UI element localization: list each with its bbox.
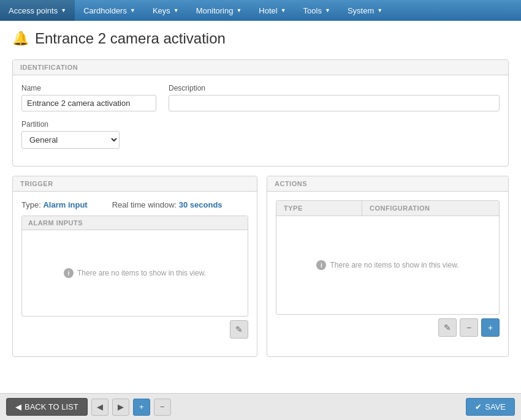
save-button[interactable]: ✔ SAVE xyxy=(466,398,515,416)
partition-row: Partition General xyxy=(21,120,500,149)
identification-section: IDENTIFICATION Name Description Partitio… xyxy=(12,59,509,167)
nav-label-tools: Tools xyxy=(303,6,322,15)
desc-label: Description xyxy=(169,84,500,92)
trigger-window-value: 30 seconds xyxy=(179,200,222,209)
nav-arrow-tools: ▼ xyxy=(325,7,330,13)
trigger-body: Type: Alarm input Real time window: 30 s… xyxy=(13,192,257,347)
nav-label-hotel: Hotel xyxy=(259,6,277,15)
name-desc-row: Name Description xyxy=(21,84,500,111)
identification-header: IDENTIFICATION xyxy=(13,60,508,75)
actions-add-button[interactable]: + xyxy=(481,318,500,337)
save-check-icon: ✔ xyxy=(475,402,482,411)
actions-table-header: TYPE CONFIGURATION xyxy=(276,201,499,216)
nav-item-system[interactable]: System ▼ xyxy=(339,0,391,21)
trigger-card: TRIGGER Type: Alarm input Real time wind… xyxy=(12,176,257,357)
partition-label: Partition xyxy=(21,120,120,129)
desc-input[interactable] xyxy=(169,95,500,111)
nav-item-access-points[interactable]: Access points ▼ xyxy=(0,0,75,21)
actions-empty-message: There are no items to show in this view. xyxy=(330,261,458,269)
bell-icon: 🔔 xyxy=(12,31,29,47)
nav-arrow-monitoring: ▼ xyxy=(236,7,241,13)
page-title: Entrance 2 camera activation xyxy=(35,30,226,47)
nav-arrow-system: ▼ xyxy=(377,7,382,13)
footer-remove-button[interactable]: − xyxy=(154,399,171,416)
footer-bar: ◀ BACK TO LIST ◀ ▶ + − ✔ SAVE xyxy=(0,393,521,420)
actions-header: ACTIONS xyxy=(267,176,508,192)
next-button[interactable]: ▶ xyxy=(112,399,129,416)
main-content: 🔔 Entrance 2 camera activation IDENTIFIC… xyxy=(0,21,521,393)
back-label: BACK TO LIST xyxy=(25,402,78,411)
alarm-info-icon: i xyxy=(64,268,74,278)
back-to-list-button[interactable]: ◀ BACK TO LIST xyxy=(6,398,88,416)
actions-card: ACTIONS TYPE CONFIGURATION i There are n… xyxy=(267,176,509,357)
actions-body: TYPE CONFIGURATION i There are no items … xyxy=(267,192,508,345)
identification-body: Name Description Partition General xyxy=(13,75,508,166)
nav-arrow-hotel: ▼ xyxy=(281,7,286,13)
nav-label-monitoring: Monitoring xyxy=(196,6,234,15)
nav-arrow-keys: ▼ xyxy=(173,7,179,13)
trigger-type-value: Alarm input xyxy=(43,200,87,209)
prev-button[interactable]: ◀ xyxy=(91,399,108,416)
alarm-empty-message: There are no items to show in this view. xyxy=(77,269,206,277)
trigger-header: TRIGGER xyxy=(13,176,257,192)
nav-label-system: System xyxy=(348,6,374,15)
trigger-window-group: Real time window: 30 seconds xyxy=(112,200,222,209)
nav-item-keys[interactable]: Keys ▼ xyxy=(144,0,188,21)
nav-item-hotel[interactable]: Hotel ▼ xyxy=(250,0,294,21)
nav-item-tools[interactable]: Tools ▼ xyxy=(295,0,339,21)
back-icon: ◀ xyxy=(15,402,21,411)
nav-label-access-points: Access points xyxy=(9,6,58,15)
actions-btn-row: ✎ − + xyxy=(276,318,500,337)
partition-group: Partition General xyxy=(21,120,120,149)
actions-table: TYPE CONFIGURATION i There are no items … xyxy=(276,200,500,315)
actions-section: ACTIONS TYPE CONFIGURATION i There are n… xyxy=(267,176,509,357)
name-label: Name xyxy=(21,84,156,92)
trigger-type-row: Type: Alarm input Real time window: 30 s… xyxy=(21,200,248,209)
trigger-window-label: Real time window: xyxy=(112,200,177,209)
trigger-section: TRIGGER Type: Alarm input Real time wind… xyxy=(12,176,257,357)
name-group: Name xyxy=(21,84,156,111)
trigger-edit-row: ✎ xyxy=(21,320,248,339)
actions-remove-button[interactable]: − xyxy=(460,318,478,337)
footer-add-button[interactable]: + xyxy=(133,399,150,416)
trigger-type-group: Type: Alarm input xyxy=(21,200,88,209)
footer-left: ◀ BACK TO LIST ◀ ▶ + − xyxy=(6,398,171,416)
trigger-edit-button[interactable]: ✎ xyxy=(230,320,248,339)
nav-item-monitoring[interactable]: Monitoring ▼ xyxy=(188,0,251,21)
col-config-header: CONFIGURATION xyxy=(362,201,499,216)
nav-label-cardholders: Cardholders xyxy=(83,6,127,15)
actions-table-body: i There are no items to show in this vie… xyxy=(276,216,499,314)
nav-arrow-cardholders: ▼ xyxy=(130,7,135,13)
nav-label-keys: Keys xyxy=(153,6,170,15)
actions-info-icon: i xyxy=(316,260,326,270)
page-title-row: 🔔 Entrance 2 camera activation xyxy=(12,30,509,47)
nav-bar: Access points ▼ Cardholders ▼ Keys ▼ Mon… xyxy=(0,0,521,21)
nav-item-cardholders[interactable]: Cardholders ▼ xyxy=(75,0,144,21)
actions-edit-button[interactable]: ✎ xyxy=(438,318,457,337)
alarm-inputs-box: ALARM INPUTS i There are no items to sho… xyxy=(21,216,248,317)
col-type-header: TYPE xyxy=(276,201,362,216)
desc-group: Description xyxy=(169,84,500,111)
trigger-actions-row: TRIGGER Type: Alarm input Real time wind… xyxy=(12,176,509,357)
trigger-type-label: Type: xyxy=(21,200,41,209)
name-input[interactable] xyxy=(21,95,156,111)
alarm-inputs-body: i There are no items to show in this vie… xyxy=(22,230,248,316)
save-label: SAVE xyxy=(485,402,506,411)
partition-select[interactable]: General xyxy=(21,131,120,149)
nav-arrow-access-points: ▼ xyxy=(61,7,66,13)
alarm-inputs-header: ALARM INPUTS xyxy=(22,216,248,230)
